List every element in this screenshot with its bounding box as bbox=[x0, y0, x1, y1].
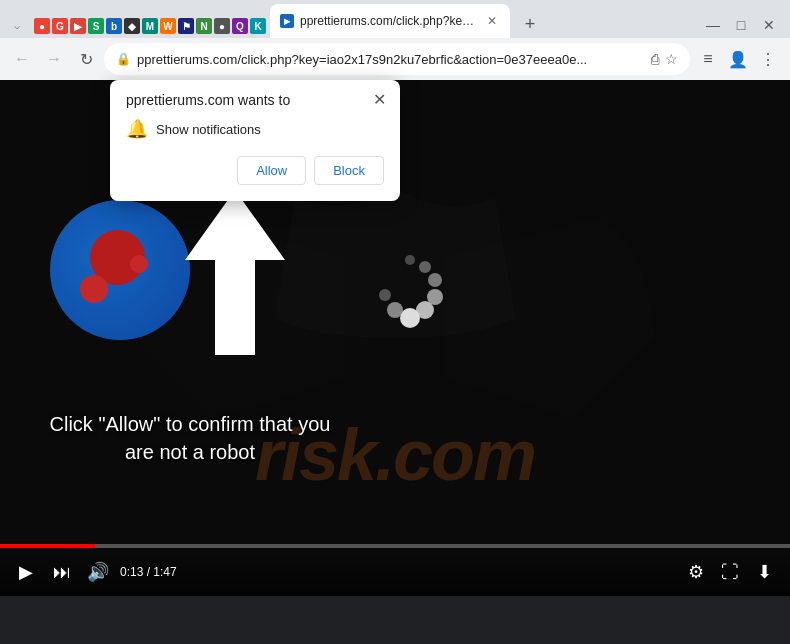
toolbar-menu-buttons: ≡ 👤 ⋮ bbox=[694, 45, 782, 73]
play-pause-btn[interactable]: ▶ bbox=[12, 558, 40, 586]
next-btn[interactable]: ⏭ bbox=[48, 558, 76, 586]
chrome-browser-frame: ⌵ ● G ▶ S b ◆ M W ⚑ N ● Q K ▶ pprettieru… bbox=[0, 0, 790, 80]
new-tab-btn[interactable]: + bbox=[516, 10, 544, 38]
download-btn[interactable]: ⬇ bbox=[750, 558, 778, 586]
red-dot-small bbox=[130, 255, 148, 273]
notification-action-buttons: Allow Block bbox=[126, 156, 384, 185]
popup-site-title: pprettierums.com wants to bbox=[126, 92, 384, 108]
overlay-instruction-text: Click "Allow" to confirm that you are no… bbox=[40, 410, 340, 466]
tab-favicon-7[interactable]: M bbox=[142, 18, 158, 34]
back-btn[interactable]: ← bbox=[8, 45, 36, 73]
address-bar: ← → ↻ 🔒 pprettierums.com/click.php?key=i… bbox=[0, 38, 790, 80]
background-tabs: ● G ▶ S b ◆ M W ⚑ N ● Q K bbox=[32, 14, 268, 38]
blue-circle-graphic bbox=[50, 200, 190, 340]
bookmark-star-icon[interactable]: ☆ bbox=[665, 51, 678, 67]
chrome-menu-list-btn[interactable]: ≡ bbox=[694, 45, 722, 73]
reload-btn[interactable]: ↻ bbox=[72, 45, 100, 73]
svg-point-7 bbox=[387, 302, 403, 318]
svg-point-3 bbox=[428, 273, 442, 287]
tab-favicon-6[interactable]: ◆ bbox=[124, 18, 140, 34]
video-time-display: 0:13 / 1:47 bbox=[120, 565, 177, 579]
block-button[interactable]: Block bbox=[314, 156, 384, 185]
tab-favicon-10[interactable]: N bbox=[196, 18, 212, 34]
window-controls: — □ ✕ bbox=[700, 12, 786, 38]
tab-bar: ⌵ ● G ▶ S b ◆ M W ⚑ N ● Q K ▶ pprettieru… bbox=[0, 0, 790, 38]
tab-favicon-8[interactable]: W bbox=[160, 18, 176, 34]
bell-icon: 🔔 bbox=[126, 118, 148, 140]
settings-btn[interactable]: ⚙ bbox=[682, 558, 710, 586]
chrome-profile-btn[interactable]: 👤 bbox=[724, 45, 752, 73]
security-lock-icon: 🔒 bbox=[116, 52, 131, 66]
svg-point-8 bbox=[379, 289, 391, 301]
active-tab[interactable]: ▶ pprettierums.com/click.php?key=iao2x17… bbox=[270, 4, 510, 38]
fullscreen-btn[interactable]: ⛶ bbox=[716, 558, 744, 586]
tab-collapse-btn[interactable]: ⌵ bbox=[4, 12, 30, 38]
right-controls: ⚙ ⛶ ⬇ bbox=[682, 558, 778, 586]
notification-permission-label: Show notifications bbox=[156, 122, 261, 137]
svg-point-6 bbox=[400, 308, 420, 328]
tab-close-btn[interactable]: ✕ bbox=[484, 13, 500, 29]
red-dot-medium bbox=[80, 275, 108, 303]
tab-favicon-12[interactable]: Q bbox=[232, 18, 248, 34]
volume-btn[interactable]: 🔊 bbox=[84, 558, 112, 586]
tab-favicon-11[interactable]: ● bbox=[214, 18, 230, 34]
url-text: pprettierums.com/click.php?key=iao2x17s9… bbox=[137, 52, 645, 67]
notification-permission-popup: ✕ pprettierums.com wants to 🔔 Show notif… bbox=[110, 80, 400, 201]
close-window-btn[interactable]: ✕ bbox=[756, 12, 782, 38]
chrome-more-btn[interactable]: ⋮ bbox=[754, 45, 782, 73]
tab-favicon-9[interactable]: ⚑ bbox=[178, 18, 194, 34]
video-controls-bar: ▶ ⏭ 🔊 0:13 / 1:47 ⚙ ⛶ ⬇ bbox=[0, 548, 790, 596]
omnibox[interactable]: 🔒 pprettierums.com/click.php?key=iao2x17… bbox=[104, 43, 690, 75]
svg-marker-0 bbox=[185, 190, 285, 355]
up-arrow-graphic bbox=[175, 180, 295, 364]
active-tab-favicon: ▶ bbox=[280, 14, 294, 28]
popup-close-btn[interactable]: ✕ bbox=[368, 88, 390, 110]
tab-favicon-2[interactable]: G bbox=[52, 18, 68, 34]
tab-favicon-3[interactable]: ▶ bbox=[70, 18, 86, 34]
maximize-btn[interactable]: □ bbox=[728, 12, 754, 38]
tab-favicon-1[interactable]: ● bbox=[34, 18, 50, 34]
tab-favicon-13[interactable]: K bbox=[250, 18, 266, 34]
notification-permission-row: 🔔 Show notifications bbox=[126, 118, 384, 140]
spinner-dots bbox=[360, 240, 460, 344]
tab-favicon-4[interactable]: S bbox=[88, 18, 104, 34]
tab-favicon-5[interactable]: b bbox=[106, 18, 122, 34]
active-tab-title: pprettierums.com/click.php?key=iao2x17s.… bbox=[300, 14, 478, 28]
svg-point-1 bbox=[405, 255, 415, 265]
share-icon[interactable]: ⎙ bbox=[651, 51, 659, 67]
svg-point-2 bbox=[419, 261, 431, 273]
allow-button[interactable]: Allow bbox=[237, 156, 306, 185]
forward-btn[interactable]: → bbox=[40, 45, 68, 73]
minimize-btn[interactable]: — bbox=[700, 12, 726, 38]
